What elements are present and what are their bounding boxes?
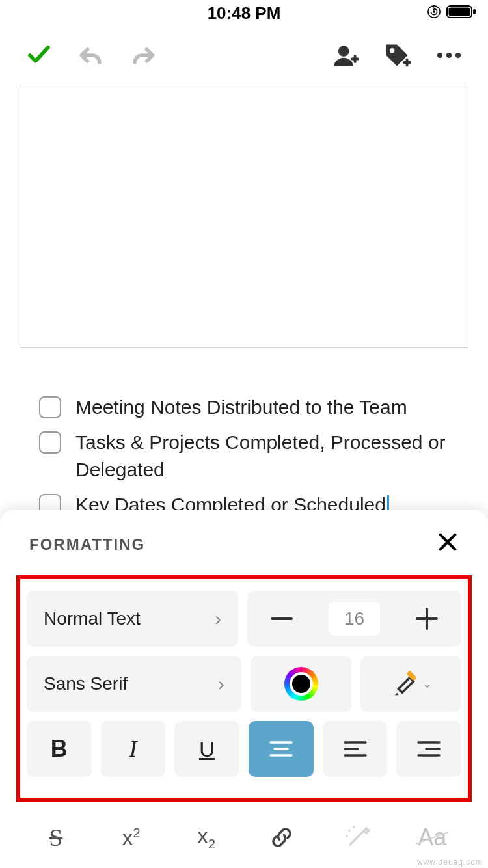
formatting-title: FORMATTING [29,536,145,554]
rotation-lock-icon [427,5,441,21]
svg-point-6 [437,53,442,58]
share-button[interactable] [325,36,364,75]
strikethrough-button[interactable]: S [23,815,89,860]
text-style-selector[interactable]: Normal Text › [27,591,238,647]
svg-point-5 [390,48,394,53]
status-bar: 10:48 PM [0,0,488,26]
close-icon [437,531,459,553]
align-left-button[interactable] [323,721,388,777]
checkbox[interactable] [39,431,61,454]
text-color-button[interactable] [251,656,351,712]
superscript-icon: x2 [122,825,140,850]
superscript-button[interactable]: x2 [98,815,165,860]
align-center-icon [268,739,294,759]
formatting-extras-row: S x2 x2 Aa [16,802,472,868]
checklist-text[interactable]: Meeting Notes Distributed to the Team [75,394,407,421]
svg-point-11 [353,826,355,829]
highlight-annotation: Normal Text › 16 Sans Serif › [16,575,472,802]
checklist-text[interactable]: Tasks & Projects Completed, Processed or… [75,429,462,483]
done-button[interactable] [20,36,59,75]
chevron-right-icon: › [218,673,224,695]
watermark: www.deuaq.com [417,858,483,867]
underline-icon: U [199,737,215,762]
svg-rect-1 [433,10,435,13]
font-family-label: Sans Serif [44,673,128,694]
align-right-button[interactable] [396,721,461,777]
bold-button[interactable]: B [27,721,92,777]
align-left-icon [342,739,368,759]
italic-button[interactable]: I [101,721,166,777]
more-button[interactable] [429,36,468,75]
highlighter-button[interactable]: ⌄ [360,656,461,712]
checkbox[interactable] [39,396,61,418]
magic-button[interactable] [324,815,390,860]
color-wheel-icon [284,667,318,701]
formatting-panel: FORMATTING Normal Text › 16 [0,510,488,868]
sparkle-icon [344,824,371,851]
svg-point-12 [346,835,348,838]
font-size-stepper: 16 [247,591,461,647]
clear-format-icon: Aa [418,824,446,851]
font-size-decrease[interactable] [265,617,298,620]
tag-button[interactable] [377,36,416,75]
strikethrough-icon: S [49,823,62,852]
link-button[interactable] [249,815,315,860]
status-right [427,5,476,21]
checkmark-icon [25,42,53,69]
font-size-value: 16 [329,602,380,636]
highlighter-icon [390,669,420,699]
underline-button[interactable]: U [174,721,239,777]
minus-icon [271,617,293,620]
undo-button[interactable] [72,36,111,75]
subscript-button[interactable]: x2 [173,815,239,860]
font-family-selector[interactable]: Sans Serif › [27,656,241,712]
svg-rect-3 [449,8,470,16]
italic-icon: I [129,735,137,763]
plus-icon [416,608,438,630]
font-size-increase[interactable] [411,608,443,630]
svg-point-8 [455,53,461,58]
checklist-item[interactable]: Tasks & Projects Completed, Processed or… [39,429,462,483]
svg-point-10 [348,830,351,832]
svg-point-7 [446,53,452,58]
svg-rect-9 [271,617,293,620]
clear-formatting-button[interactable]: Aa [399,815,465,860]
text-style-label: Normal Text [44,608,141,629]
status-time: 10:48 PM [208,3,281,23]
svg-rect-4 [473,9,476,14]
more-icon [435,51,463,59]
note-body-area[interactable] [20,85,468,348]
tag-add-icon [383,41,411,70]
chevron-down-icon: ⌄ [422,677,432,691]
align-center-button[interactable] [249,721,314,777]
checklist-item[interactable]: Meeting Notes Distributed to the Team [39,394,462,421]
undo-icon [77,41,105,70]
link-icon [268,824,295,851]
bold-icon: B [51,735,68,763]
chevron-right-icon: › [215,608,221,630]
redo-icon [129,41,157,70]
close-button[interactable] [437,530,459,559]
person-add-icon [331,41,359,70]
checklist[interactable]: Meeting Notes Distributed to the Team Ta… [0,361,488,519]
redo-button[interactable] [124,36,163,75]
subscript-icon: x2 [197,823,215,852]
align-right-icon [416,739,442,759]
note-toolbar [0,26,488,85]
battery-icon [446,5,476,21]
